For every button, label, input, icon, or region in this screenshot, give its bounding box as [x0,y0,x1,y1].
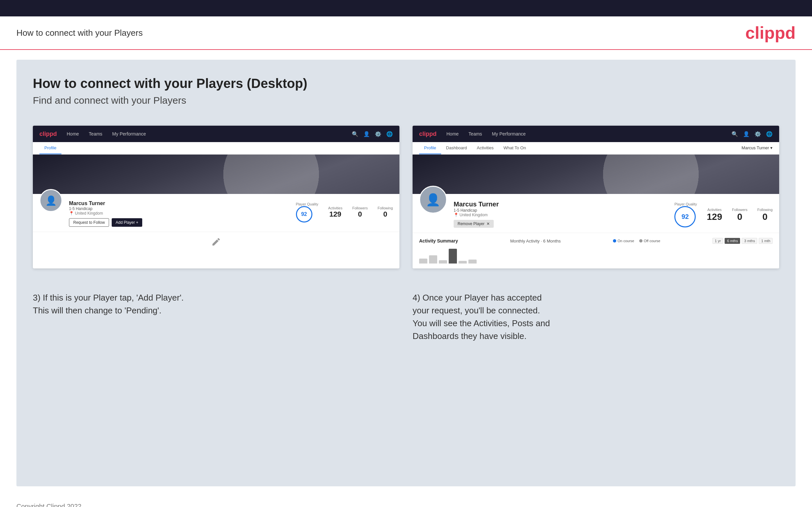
profile-banner-right [413,155,779,194]
nav-home-right[interactable]: Home [446,131,459,136]
pen-icon-area [33,232,399,251]
activities-value-right: 129 [707,212,722,222]
avatar-icon-right: 👤 [426,193,441,207]
app-tabs-left: Profile [33,142,399,155]
following-stat-left: Following 0 [378,206,393,219]
tab-activities-right[interactable]: Activities [472,142,498,154]
search-icon-left[interactable]: 🔍 [352,131,358,137]
followers-value-right: 0 [732,212,747,222]
activities-label-left: Activities [328,206,342,210]
activities-value-left: 129 [328,210,342,219]
player-handicap-left: 1-5 Handicap [69,207,289,211]
description-text-right: 4) Once your Player has acceptedyour req… [413,291,779,343]
quality-stat-left: Player Quality 92 [296,202,318,223]
activity-header: Activity Summary Monthly Activity · 6 Mo… [419,238,773,244]
page-title: How to connect with your Players (Deskto… [33,76,779,91]
chart-bar-6 [468,260,476,264]
activities-stat-left: Activities 129 [328,206,342,219]
nav-home-left[interactable]: Home [67,131,79,136]
user-icon-left[interactable]: 👤 [363,131,370,137]
tab-player-name-right[interactable]: Marcus Turner ▾ [742,142,773,154]
app-logo-right: clippd [419,130,437,137]
quality-label-left: Player Quality [296,202,318,206]
descriptions-row: 3) If this is your Player tap, 'Add Play… [33,285,779,349]
settings-icon-right[interactable]: ⚙️ [755,131,761,137]
screenshots-row: clippd Home Teams My Performance 🔍 👤 ⚙️ … [33,126,779,269]
stats-section-right: Player Quality 92 Activities 129 Followe… [674,199,773,227]
chart-bar-2 [429,255,437,264]
nav-myperformance-left[interactable]: My Performance [112,131,146,136]
nav-icons-left: 🔍 👤 ⚙️ 🌐 [352,131,393,137]
profile-buttons-left: Request to Follow Add Player + [69,218,289,227]
quality-label-right: Player Quality [674,202,697,206]
location-pin-icon-left: 📍 [69,211,74,216]
followers-value-left: 0 [352,210,367,219]
legend-off-course: Off course [639,239,661,243]
following-value-right: 0 [757,212,773,222]
chart-bar-4 [449,249,457,264]
tab-what-to-on-right[interactable]: What To On [499,142,531,154]
profile-name-section-right: Marcus Turner 1-5 Handicap 📍 United King… [454,199,668,228]
screenshot-right: clippd Home Teams My Performance 🔍 👤 ⚙️ … [413,126,779,269]
description-left: 3) If this is your Player tap, 'Add Play… [33,285,399,349]
activities-stat-right: Activities 129 [707,208,722,222]
tab-dashboard-right[interactable]: Dashboard [441,142,472,154]
stats-section-left: Player Quality 92 Activities 129 Followe… [296,199,393,223]
nav-teams-left[interactable]: Teams [89,131,102,136]
user-icon-right[interactable]: 👤 [743,131,750,137]
following-label-left: Following [378,206,393,210]
period-1mth[interactable]: 1 mth [759,238,773,244]
description-right: 4) Once your Player has acceptedyour req… [413,285,779,349]
add-player-button-left[interactable]: Add Player + [112,218,142,227]
player-location-right: 📍 United Kingdom [454,213,668,217]
globe-icon-right[interactable]: 🌐 [766,131,773,137]
following-label-right: Following [757,208,773,212]
quality-circle-right: 92 [674,206,696,227]
following-stat-right: Following 0 [757,208,773,222]
follow-button-left[interactable]: Request to Follow [69,218,109,227]
app-logo-left: clippd [39,130,57,137]
search-icon-right[interactable]: 🔍 [731,131,738,137]
player-handicap-right: 1-5 Handicap [454,208,668,213]
legend-on-course: On course [613,239,634,243]
quality-circle-left: 92 [296,206,312,223]
activities-label-right: Activities [707,208,722,212]
screenshot-left: clippd Home Teams My Performance 🔍 👤 ⚙️ … [33,126,399,269]
main-content: How to connect with your Players (Deskto… [16,60,796,486]
following-value-left: 0 [378,210,393,219]
period-1yr[interactable]: 1 yr [712,238,723,244]
top-bar [0,0,812,16]
profile-name-section-left: Marcus Turner 1-5 Handicap 📍 United King… [69,199,289,227]
quality-stat-right: Player Quality 92 [674,202,697,227]
footer: Copyright Clippd 2022 [16,496,796,507]
nav-myperformance-right[interactable]: My Performance [492,131,526,136]
remove-player-button[interactable]: Remove Player ✕ [454,220,494,228]
nav-teams-right[interactable]: Teams [468,131,482,136]
page-subtitle: Find and connect with your Players [33,95,779,106]
followers-stat-left: Followers 0 [352,206,367,219]
period-3mths[interactable]: 3 mths [742,238,757,244]
header-title: How to connect with your Players [16,28,143,38]
settings-icon-left[interactable]: ⚙️ [375,131,382,137]
legend-dot-gray [639,239,643,242]
period-buttons: 1 yr 6 mths 3 mths 1 mth [712,238,773,244]
tab-profile-right[interactable]: Profile [419,142,441,154]
chart-bar-1 [419,259,427,264]
period-6mths[interactable]: 6 mths [725,238,740,244]
app-tabs-right: Profile Dashboard Activities What To On … [413,142,779,155]
globe-icon-left[interactable]: 🌐 [386,131,393,137]
followers-stat-right: Followers 0 [732,208,747,222]
pen-icon [211,237,221,247]
tab-profile-left[interactable]: Profile [39,142,61,154]
chart-bar-5 [459,261,467,264]
profile-info-right: 👤 Marcus Turner 1-5 Handicap 📍 United Ki… [413,194,779,233]
footer-copyright: Copyright Clippd 2022 [16,503,82,507]
activity-summary: Activity Summary Monthly Activity · 6 Mo… [413,233,779,269]
player-location-left: 📍 United Kingdom [69,211,289,216]
profile-info-left: 👤 Marcus Turner 1-5 Handicap 📍 United Ki… [33,194,399,232]
followers-label-right: Followers [732,208,747,212]
player-name-right: Marcus Turner [454,201,668,208]
header: How to connect with your Players clippd [0,16,812,50]
followers-label-left: Followers [352,206,367,210]
app-navbar-right: clippd Home Teams My Performance 🔍 👤 ⚙️ … [413,126,779,142]
